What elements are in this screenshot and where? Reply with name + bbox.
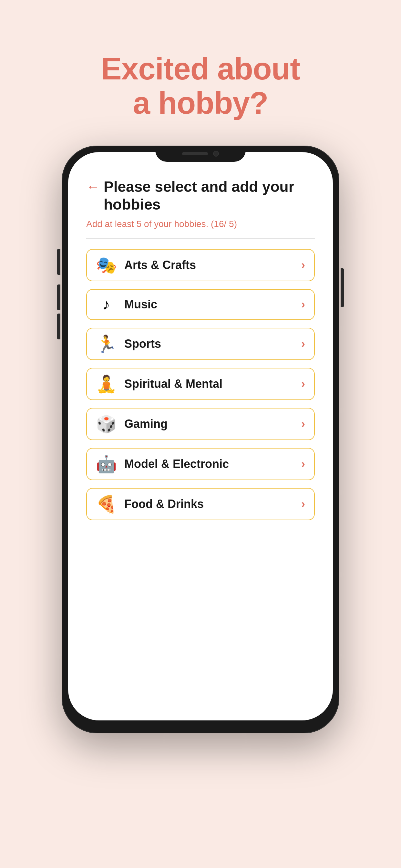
- chevron-icon-gaming: ›: [301, 417, 305, 431]
- headline-line2: a hobby?: [133, 86, 268, 120]
- hobby-emoji-gaming: 🎲: [96, 415, 117, 432]
- back-arrow[interactable]: ←: [86, 179, 100, 194]
- hobby-left-model: 🤖 Model & Electronic: [96, 456, 229, 472]
- back-header: ← Please select and add your hobbies: [86, 178, 315, 213]
- hobby-left-food: 🍕 Food & Drinks: [96, 496, 204, 513]
- headline-line1: Excited about: [101, 51, 300, 86]
- hobby-emoji-model: 🤖: [96, 456, 117, 472]
- hobby-item-sports[interactable]: 🏃 Sports ›: [86, 328, 315, 360]
- hobby-label-spiritual: Spiritual & Mental: [124, 377, 222, 391]
- hobby-label-model: Model & Electronic: [124, 457, 229, 471]
- divider: [86, 238, 315, 239]
- notch-camera: [213, 151, 219, 157]
- hobby-emoji-sports: 🏃: [96, 336, 117, 352]
- chevron-icon-spiritual: ›: [301, 377, 305, 391]
- page-headline: Excited about a hobby?: [78, 52, 323, 120]
- hobby-item-arts-crafts[interactable]: 🎭 Arts & Crafts ›: [86, 249, 315, 281]
- hobby-item-model-electronic[interactable]: 🤖 Model & Electronic ›: [86, 448, 315, 480]
- hobby-left-gaming: 🎲 Gaming: [96, 415, 167, 432]
- screen-title: Please select and add your hobbies: [104, 178, 315, 213]
- hobby-emoji-arts-crafts: 🎭: [96, 257, 117, 274]
- hobby-item-gaming[interactable]: 🎲 Gaming ›: [86, 408, 315, 440]
- chevron-icon-arts-crafts: ›: [301, 258, 305, 272]
- hobby-emoji-spiritual: 🧘: [96, 376, 117, 392]
- hobby-emoji-music: ♪: [96, 297, 117, 312]
- hobby-label-arts-crafts: Arts & Crafts: [124, 258, 196, 272]
- notch-speaker: [182, 152, 208, 155]
- hobby-left-music: ♪ Music: [96, 297, 157, 312]
- hobby-emoji-food: 🍕: [96, 496, 117, 513]
- chevron-icon-music: ›: [301, 298, 305, 311]
- hobby-item-music[interactable]: ♪ Music ›: [86, 289, 315, 320]
- hobby-label-sports: Sports: [124, 337, 161, 351]
- phone-notch: [155, 146, 246, 162]
- screen-subtitle: Add at least 5 of your hobbies. (16/ 5): [86, 219, 315, 229]
- hobby-left-spiritual: 🧘 Spiritual & Mental: [96, 376, 222, 392]
- hobby-left: 🎭 Arts & Crafts: [96, 257, 196, 274]
- hobby-item-food-drinks[interactable]: 🍕 Food & Drinks ›: [86, 488, 315, 520]
- hobby-item-spiritual-mental[interactable]: 🧘 Spiritual & Mental ›: [86, 368, 315, 400]
- screen-content: ← Please select and add your hobbies Add…: [68, 152, 333, 720]
- hobby-left-sports: 🏃 Sports: [96, 336, 161, 352]
- hobby-list: 🎭 Arts & Crafts › ♪ Music › 🏃: [86, 249, 315, 520]
- chevron-icon-model: ›: [301, 457, 305, 471]
- chevron-icon-sports: ›: [301, 337, 305, 351]
- phone-screen: ← Please select and add your hobbies Add…: [68, 152, 333, 720]
- hobby-label-food: Food & Drinks: [124, 497, 204, 511]
- phone-frame: ← Please select and add your hobbies Add…: [62, 146, 339, 733]
- chevron-icon-food: ›: [301, 497, 305, 511]
- hobby-label-music: Music: [124, 298, 157, 311]
- hobby-label-gaming: Gaming: [124, 417, 167, 431]
